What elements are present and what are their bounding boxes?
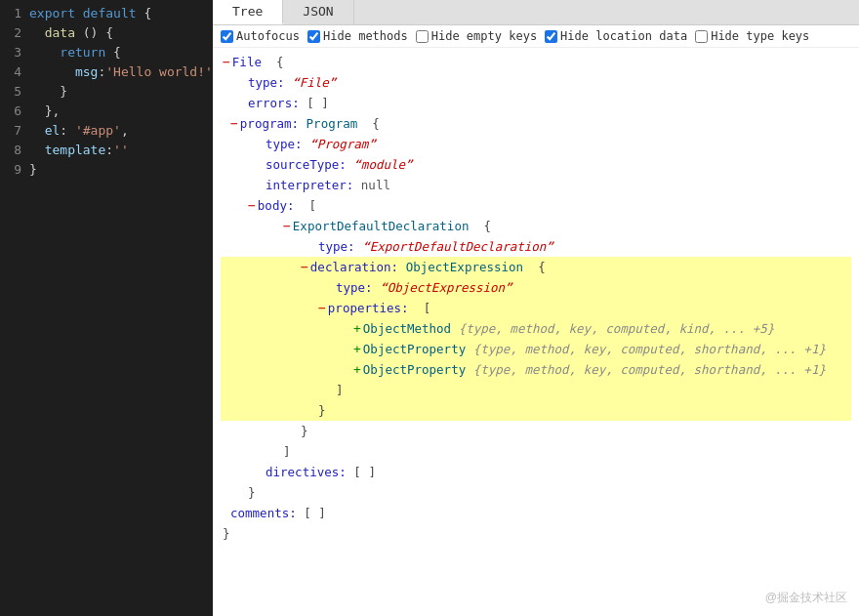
code-line-2: 2 data () { — [0, 23, 213, 43]
toggle-object-method[interactable]: + — [353, 318, 361, 339]
tree-node-file-errors: errors: [ ] — [221, 93, 851, 113]
tree-node-program-type: type: “Program” — [221, 134, 851, 154]
tree-content: − File { type: “File” errors: [ ] − prog… — [213, 48, 859, 616]
hide-empty-keys-checkbox-label[interactable]: Hide empty keys — [416, 29, 537, 43]
tree-node-properties: − properties: [ — [221, 298, 851, 318]
tree-node-export-default: − ExportDefaultDeclaration { — [221, 216, 851, 236]
tree-node-props-close: ] — [221, 380, 851, 400]
tree-node-comments: comments: [ ] — [221, 503, 851, 523]
toggle-declaration[interactable]: − — [301, 257, 308, 277]
autofocus-checkbox-label[interactable]: Autofocus — [221, 29, 300, 43]
tree-node-declaration: − declaration: ObjectExpression { — [221, 257, 851, 277]
toggle-export-default[interactable]: − — [283, 216, 291, 236]
tree-node-program: − program: Program { — [221, 113, 851, 134]
code-line-3: 3 return { — [0, 43, 213, 62]
toggle-file[interactable]: − — [223, 52, 230, 72]
toggle-object-property-2[interactable]: + — [353, 359, 361, 380]
tree-node-body: − body: [ — [221, 195, 851, 216]
tree-node-program-sourcetype: sourceType: “module” — [221, 154, 851, 175]
hide-empty-keys-checkbox[interactable] — [416, 30, 429, 43]
toolbar: Autofocus Hide methods Hide empty keys H… — [213, 25, 859, 48]
tab-tree[interactable]: Tree — [213, 0, 283, 24]
code-line-1: 1 export default { — [0, 4, 213, 23]
code-line-9: 9 } — [0, 160, 213, 180]
toggle-program[interactable]: − — [230, 113, 238, 134]
hide-type-keys-checkbox-label[interactable]: Hide type keys — [695, 29, 809, 43]
tree-node-export-close: } — [221, 421, 851, 441]
watermark: @掘金技术社区 — [765, 588, 847, 608]
hide-type-keys-checkbox[interactable] — [695, 30, 708, 43]
tree-node-program-close: } — [221, 482, 851, 503]
tab-bar: Tree JSON — [213, 0, 859, 25]
tree-node-file: − File { — [221, 52, 851, 72]
tree-node-object-property-1: + ObjectProperty {type, method, key, com… — [221, 339, 851, 359]
hide-location-data-checkbox-label[interactable]: Hide location data — [545, 29, 687, 43]
code-line-8: 8 template:'' — [0, 141, 213, 160]
toggle-object-property-1[interactable]: + — [353, 339, 361, 359]
code-line-6: 6 }, — [0, 102, 213, 121]
toggle-properties[interactable]: − — [318, 298, 326, 318]
tree-node-directives: directives: [ ] — [221, 462, 851, 482]
tree-node-object-property-2: + ObjectProperty {type, method, key, com… — [221, 359, 851, 380]
hide-methods-checkbox-label[interactable]: Hide methods — [307, 29, 408, 43]
hide-location-data-checkbox[interactable] — [545, 30, 557, 43]
tree-node-program-interpreter: interpreter: null — [221, 175, 851, 195]
tree-node-decl-close: } — [221, 400, 851, 421]
autofocus-checkbox[interactable] — [221, 30, 233, 43]
tree-panel: Tree JSON Autofocus Hide methods Hide em… — [213, 0, 859, 616]
toggle-body[interactable]: − — [248, 195, 256, 216]
tree-node-export-type: type: “ExportDefaultDeclaration” — [221, 236, 851, 257]
tree-node-body-close: ] — [221, 441, 851, 462]
code-editor: 1 export default { 2 data () { 3 return … — [0, 0, 213, 616]
code-line-4: 4 msg:'Hello world!' — [0, 62, 213, 82]
tree-node-object-method: + ObjectMethod {type, method, key, compu… — [221, 318, 851, 339]
code-line-7: 7 el: '#app', — [0, 121, 213, 141]
tree-node-file-close: } — [221, 523, 851, 544]
code-line-5: 5 } — [0, 82, 213, 102]
hide-methods-checkbox[interactable] — [307, 30, 320, 43]
tab-json[interactable]: JSON — [283, 0, 353, 24]
tree-node-file-type: type: “File” — [221, 72, 851, 93]
tree-node-decl-type: type: “ObjectExpression” — [221, 277, 851, 298]
